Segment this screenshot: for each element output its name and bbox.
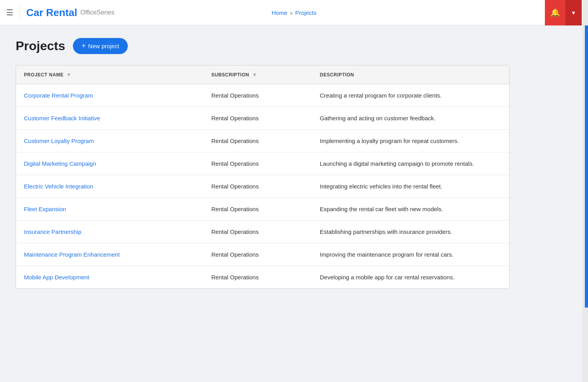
bell-icon: 🔔	[550, 8, 560, 17]
header: ☰ Car Rental OfficeSeries Home » Project…	[0, 0, 588, 25]
description-cell: Developing a mobile app for car rental r…	[312, 266, 509, 289]
project-name-cell: Mobile App Development	[16, 266, 203, 289]
plus-icon: +	[82, 42, 86, 50]
projects-table-container: PROJECT NAME ▿ SUBSCRIPTION ▿ DESCRIPTIO…	[16, 65, 510, 289]
page-title: Projects	[16, 39, 65, 53]
subscription-cell: Rental Operations	[203, 152, 312, 175]
nav-home-link[interactable]: Home	[272, 9, 287, 16]
project-name-cell: Maintenance Program Enhancement	[16, 243, 203, 266]
project-name-cell: Fleet Expansion	[16, 198, 203, 221]
table-row: Customer Feedback InitiativeRental Opera…	[16, 107, 509, 130]
description-cell: Implementing a loyalty program for repea…	[312, 130, 509, 152]
subscription-cell: Rental Operations	[203, 198, 312, 221]
project-name-cell: Insurance Partnership	[16, 221, 203, 243]
chevron-down-icon: ▾	[572, 9, 575, 16]
new-project-button[interactable]: + New project	[73, 38, 128, 54]
table-row: Mobile App DevelopmentRental OperationsD…	[16, 266, 509, 289]
hamburger-icon[interactable]: ☰	[6, 8, 13, 17]
col-header-description: DESCRIPTION	[312, 65, 509, 84]
description-cell: Integrating electric vehicles into the r…	[312, 175, 509, 198]
subscription-cell: Rental Operations	[203, 107, 312, 130]
project-name-link[interactable]: Corporate Rental Program	[24, 92, 93, 99]
table-row: Fleet ExpansionRental OperationsExpandin…	[16, 198, 509, 221]
subscription-cell: Rental Operations	[203, 175, 312, 198]
description-cell: Launching a digital marketing campaign t…	[312, 152, 509, 175]
header-actions: 🔔 ▾	[545, 0, 582, 25]
project-name-link[interactable]: Customer Feedback Initiative	[24, 115, 100, 121]
app-subtitle: OfficeSeries	[80, 9, 114, 16]
description-cell: Improving the maintenance program for re…	[312, 243, 509, 266]
subscription-cell: Rental Operations	[203, 221, 312, 243]
header-divider	[20, 5, 20, 20]
page-title-row: Projects + New project	[16, 38, 572, 54]
project-name-cell: Customer Feedback Initiative	[16, 107, 203, 130]
filter-icon-subscription[interactable]: ▿	[253, 72, 256, 78]
subscription-cell: Rental Operations	[203, 130, 312, 152]
project-name-link[interactable]: Insurance Partnership	[24, 228, 82, 235]
col-header-project-name: PROJECT NAME ▿	[16, 65, 203, 84]
project-name-cell: Corporate Rental Program	[16, 84, 203, 107]
app-title: Car Rental	[26, 7, 77, 19]
table-row: Electric Vehicle IntegrationRental Opera…	[16, 175, 509, 198]
scrollbar-thumb[interactable]	[585, 25, 588, 308]
table-row: Digital Marketing CampaignRental Operati…	[16, 152, 509, 175]
nav-separator: »	[290, 9, 293, 16]
project-name-link[interactable]: Digital Marketing Campaign	[24, 160, 96, 167]
projects-table: PROJECT NAME ▿ SUBSCRIPTION ▿ DESCRIPTIO…	[16, 65, 509, 288]
subscription-cell: Rental Operations	[203, 84, 312, 107]
nav-current: Projects	[295, 9, 316, 16]
user-dropdown-button[interactable]: ▾	[565, 0, 582, 25]
project-name-link[interactable]: Mobile App Development	[24, 274, 89, 281]
table-row: Maintenance Program EnhancementRental Op…	[16, 243, 509, 266]
notification-bell-button[interactable]: 🔔	[545, 0, 565, 25]
project-name-cell: Customer Loyalty Program	[16, 130, 203, 152]
subscription-cell: Rental Operations	[203, 243, 312, 266]
new-project-label: New project	[88, 43, 119, 49]
table-header-row: PROJECT NAME ▿ SUBSCRIPTION ▿ DESCRIPTIO…	[16, 65, 509, 84]
description-cell: Gathering and acting on customer feedbac…	[312, 107, 509, 130]
project-name-link[interactable]: Maintenance Program Enhancement	[24, 251, 120, 258]
description-cell: Creating a rental program for corporate …	[312, 84, 509, 107]
table-row: Customer Loyalty ProgramRental Operation…	[16, 130, 509, 152]
filter-icon-project-name[interactable]: ▿	[67, 72, 71, 78]
project-name-link[interactable]: Electric Vehicle Integration	[24, 183, 93, 190]
description-cell: Establishing partnerships with insurance…	[312, 221, 509, 243]
project-name-link[interactable]: Customer Loyalty Program	[24, 138, 94, 144]
table-row: Insurance PartnershipRental OperationsEs…	[16, 221, 509, 243]
breadcrumb: Home » Projects	[272, 9, 317, 16]
table-row: Corporate Rental ProgramRental Operation…	[16, 84, 509, 107]
main-content: Projects + New project PROJECT NAME ▿	[0, 25, 588, 301]
project-name-link[interactable]: Fleet Expansion	[24, 206, 66, 212]
description-cell: Expanding the rental car fleet with new …	[312, 198, 509, 221]
subscription-cell: Rental Operations	[203, 266, 312, 289]
project-name-cell: Digital Marketing Campaign	[16, 152, 203, 175]
project-name-cell: Electric Vehicle Integration	[16, 175, 203, 198]
scrollbar-track	[583, 0, 588, 382]
col-header-subscription: SUBSCRIPTION ▿	[203, 65, 312, 84]
